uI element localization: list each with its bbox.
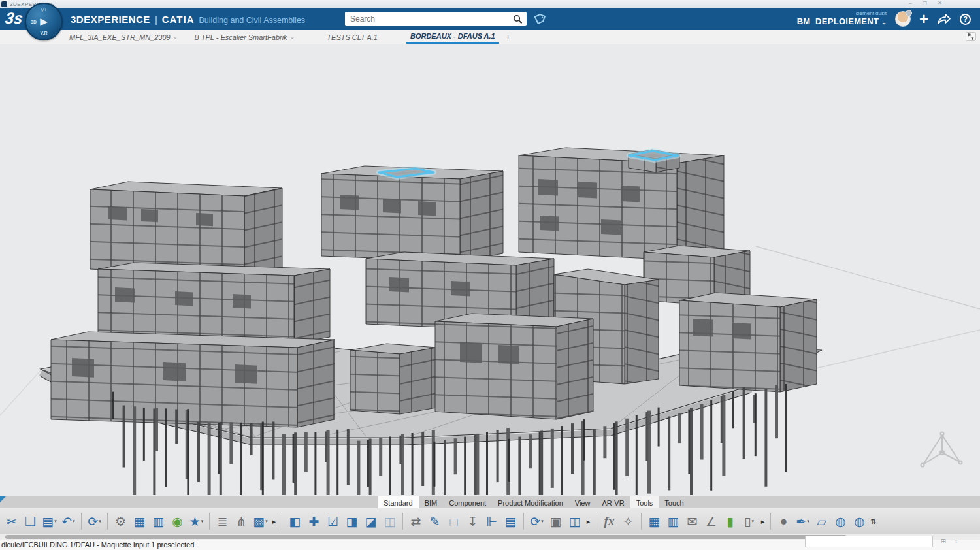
undo-icon[interactable]: ↶ ▾ <box>59 511 78 532</box>
command-input[interactable] <box>805 536 933 547</box>
new-part-icon[interactable]: ◧ <box>286 511 304 532</box>
formula-icon[interactable]: fx <box>600 511 619 532</box>
material-sphere-icon[interactable]: ● <box>774 511 793 532</box>
mail-gear-icon[interactable]: ✉ <box>683 511 702 532</box>
group-expand-icon[interactable]: ▸ <box>584 511 593 532</box>
group-expand-icon[interactable]: ▸ <box>759 511 767 532</box>
ribbon-tab-tools[interactable]: Tools <box>630 496 659 508</box>
building-block[interactable] <box>51 332 335 427</box>
building-block[interactable] <box>321 166 503 261</box>
material-browser-icon[interactable]: ◉ <box>168 511 187 532</box>
import-model-icon[interactable]: ↧ <box>463 511 482 532</box>
ribbon-tab-product-modification[interactable]: Product Modification <box>492 496 569 508</box>
doc-tab-tests[interactable]: TESTS CLT A.1 <box>323 30 382 44</box>
axis-triad-icon[interactable] <box>921 432 962 467</box>
compass-play-icon[interactable]: ▶ <box>40 16 48 27</box>
new-assembly-icon[interactable]: ✚ <box>304 511 323 532</box>
scrollbar-thumb[interactable] <box>5 535 847 539</box>
part-document-icon[interactable]: ◪ <box>361 511 380 532</box>
ribbon-tab-component[interactable]: Component <box>443 496 492 508</box>
search-icon[interactable] <box>513 14 523 24</box>
building-block[interactable] <box>350 344 436 414</box>
restore-window-icon[interactable] <box>966 32 976 41</box>
structure-tree-icon[interactable]: ⋔ <box>232 511 251 532</box>
dropdown-caret-icon[interactable]: ▾ <box>807 519 809 524</box>
table-icon[interactable]: ▦ <box>645 511 664 532</box>
sheet-edit-icon[interactable]: ✎ <box>425 511 444 532</box>
ribbon-tab-standard[interactable]: Standard <box>378 496 419 508</box>
dropdown-caret-icon[interactable]: ▾ <box>201 519 204 524</box>
window-layout-icon[interactable]: ▥ <box>149 511 168 532</box>
minimize-icon[interactable]: – <box>909 0 911 6</box>
3d-viewport[interactable] <box>0 44 980 496</box>
tag-icon[interactable] <box>532 13 546 26</box>
new-tab-button[interactable]: + <box>506 32 511 42</box>
actionbar-handle-icon[interactable] <box>0 496 6 502</box>
group-expand-icon[interactable]: ▸ <box>270 511 278 532</box>
building-block[interactable] <box>679 293 817 392</box>
building-block[interactable] <box>98 263 330 344</box>
doc-tab-bordeaux[interactable]: BORDEAUX - DFAUS A.1 <box>406 30 499 44</box>
building-block[interactable] <box>90 182 282 276</box>
save-manage-icon[interactable]: ⚙ <box>111 511 130 532</box>
help-button[interactable]: ? <box>960 14 971 25</box>
avatar[interactable] <box>895 11 911 27</box>
chevron-down-icon[interactable]: ⌄ <box>290 34 295 40</box>
favorites-icon[interactable]: ★ ▾ <box>187 511 206 532</box>
update-icon[interactable]: ⟳ ▾ <box>85 511 104 532</box>
ribbon-tab-view[interactable]: View <box>569 496 596 508</box>
edit-part-icon[interactable]: ◨ <box>342 511 361 532</box>
dropdown-caret-icon[interactable]: ▾ <box>54 519 57 524</box>
material-replace-icon[interactable]: ◍ <box>850 511 869 532</box>
share-icon[interactable] <box>937 13 951 25</box>
close-icon[interactable]: ✕ <box>938 0 942 6</box>
cut-icon[interactable]: ✂ <box>2 511 21 532</box>
dropdown-caret-icon[interactable]: ▾ <box>73 519 75 524</box>
doc-tab-mfl[interactable]: MFL_3IA_EXE_STR_MN_2309 ⌄ <box>65 30 181 44</box>
tenant-selector[interactable]: BM_DEPLOIEMENT ⌄ <box>797 17 887 26</box>
sheet-search-icon[interactable]: ◻ <box>444 511 463 532</box>
review-checklist-icon[interactable]: ☑ <box>323 511 342 532</box>
ribbon-tab-touch[interactable]: Touch <box>659 496 689 508</box>
status-grid-icon[interactable]: ⊞ <box>941 538 946 545</box>
status-scale-icon[interactable]: ↕ <box>955 538 958 545</box>
3dexperience-compass[interactable]: V+ 3D ▶ V.R <box>25 3 63 40</box>
user-menu[interactable]: clement dusit BM_DEPLOIEMENT ⌄ <box>797 11 887 26</box>
ribbon-tab-bim[interactable]: BIM <box>419 496 444 508</box>
part-disabled-icon[interactable]: ◫ <box>380 511 399 532</box>
eraser-icon[interactable]: ▱ <box>812 511 831 532</box>
table-options-icon[interactable]: ▥ <box>664 511 683 532</box>
measure-angle-icon[interactable]: ∠ <box>702 511 721 532</box>
ribbon-tab-ar-vr[interactable]: AR-VR <box>596 496 630 508</box>
status-level-icon[interactable]: ▮ <box>721 511 740 532</box>
sheet-exchange-icon[interactable]: ⇄ <box>406 511 425 532</box>
sync-refresh-icon[interactable]: ⟳ ▾ <box>527 511 546 532</box>
copy-icon[interactable]: ❏ <box>21 511 40 532</box>
document-settings-icon[interactable]: ◫ <box>565 511 584 532</box>
search-input[interactable] <box>345 14 513 24</box>
wand-icon[interactable]: ✧ <box>619 511 638 532</box>
viewport-arrows-icon[interactable]: ⇅ <box>869 511 877 532</box>
design-table-icon[interactable]: ▩ ▾ <box>251 511 270 532</box>
maximize-icon[interactable]: ▢ <box>923 0 928 6</box>
material-add-icon[interactable]: ◍ <box>831 511 850 532</box>
layers-icon[interactable]: ▤ <box>501 511 520 532</box>
building-block[interactable] <box>519 148 724 260</box>
dropdown-caret-icon[interactable]: ▾ <box>265 519 268 524</box>
stylus-icon[interactable]: ✒ ▾ <box>793 511 812 532</box>
structure-link-icon[interactable]: ⊩ <box>482 511 501 532</box>
paste-icon[interactable]: ▤ ▾ <box>40 511 59 532</box>
plot-layout-icon[interactable]: ▣ <box>546 511 565 532</box>
doc-tab-btpl[interactable]: B TPL - Escalier SmartFabrik ⌄ <box>190 30 298 44</box>
specification-tree-icon[interactable]: ≣ <box>213 511 232 532</box>
dropdown-caret-icon[interactable]: ▾ <box>541 519 544 524</box>
chevron-down-icon[interactable]: ⌄ <box>173 34 178 40</box>
dropdown-caret-icon[interactable]: ▾ <box>99 519 101 524</box>
search-bar[interactable] <box>345 12 527 26</box>
control-panel-icon[interactable]: ▯ ▾ <box>740 511 759 532</box>
add-content-button[interactable]: + <box>919 11 928 27</box>
dropdown-caret-icon[interactable]: ▾ <box>751 519 754 524</box>
building-block[interactable] <box>435 314 593 419</box>
object-properties-icon[interactable]: ▦ <box>130 511 149 532</box>
model-canvas[interactable] <box>0 44 980 496</box>
